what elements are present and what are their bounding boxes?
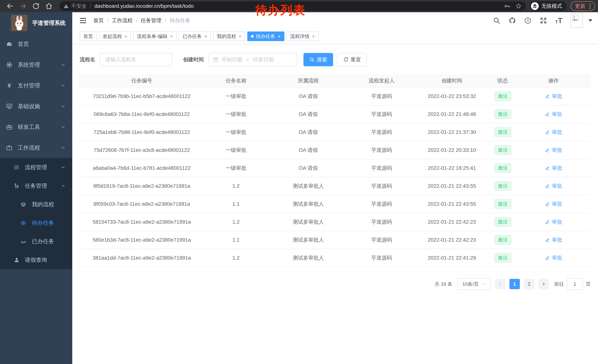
tab-发起流程[interactable]: 发起流程× <box>99 32 131 41</box>
person-icon <box>14 257 20 263</box>
sidebar-item-基础设施[interactable]: 基础设施 <box>0 96 72 117</box>
tab-label: 首页 <box>83 33 93 40</box>
date-range-input[interactable]: 开始日期 - 结束日期 <box>208 53 297 66</box>
sidebar-item-任务管理[interactable]: 任务管理 <box>0 177 72 195</box>
browser-home-icon[interactable] <box>45 2 53 10</box>
browser-menu-icon[interactable] <box>588 3 592 9</box>
approve-link[interactable]: 审批 <box>545 254 562 261</box>
sidebar-item-首页[interactable]: 首页 <box>0 34 72 54</box>
breadcrumb-item[interactable]: 工作流程 <box>112 17 133 24</box>
chrome-update-button[interactable]: 更新 <box>571 1 595 11</box>
chevron-up-icon <box>61 184 66 188</box>
table-header: 任务编号任务名称所属流程流程发起人创建时间状态操作 <box>80 74 590 87</box>
close-icon[interactable]: × <box>239 34 241 39</box>
approve-link[interactable]: 审批 <box>545 129 562 136</box>
table-row: 069c6a63-7b8a-11ec-8ef0-acde48001122一级审批… <box>80 105 590 123</box>
approve-link-label: 审批 <box>552 218 562 226</box>
approve-link[interactable]: 审批 <box>545 201 562 208</box>
avatar-caret-icon[interactable] <box>588 19 592 22</box>
sidebar-item-待办任务[interactable]: 待办任务 <box>0 214 72 232</box>
app-logo-row[interactable]: 芋道管理系统 <box>0 12 72 34</box>
cell-id: 8f059c03-7ac8-11ec-a9e2-a2380e71991a <box>80 195 204 213</box>
gear-icon <box>6 61 13 68</box>
password-key-icon[interactable] <box>504 3 510 9</box>
sidebar-collapse-icon[interactable] <box>79 17 87 24</box>
security-label[interactable]: 不安全 <box>71 3 87 10</box>
tab-label: 我的流程 <box>217 33 236 40</box>
process-name-input[interactable]: 请输入流程名 <box>100 53 172 66</box>
monitor-icon <box>6 103 13 110</box>
breadcrumb-separator: / <box>165 18 166 24</box>
next-page-button[interactable] <box>538 279 549 289</box>
reset-button[interactable]: 重置 <box>337 53 367 66</box>
prev-page-button[interactable] <box>495 279 505 289</box>
sidebar-item-我的流程[interactable]: 我的流程 <box>0 195 72 214</box>
table-row: 381aa1dd-7ac8-11ec-a9e2-a2380e71991a1.2测… <box>80 249 590 267</box>
pen-icon <box>545 202 550 207</box>
cell-name: 1.2 <box>204 249 268 267</box>
tab-首页[interactable]: 首页 <box>80 32 97 41</box>
approve-link[interactable]: 审批 <box>545 218 562 226</box>
cell-starter: 芋道源码 <box>349 195 415 213</box>
font-size-icon[interactable]: TT <box>555 17 562 24</box>
page-size-select[interactable]: 10条/页 <box>457 278 491 290</box>
sidebar-item-系统管理[interactable]: 系统管理 <box>0 54 72 75</box>
sidebar-item-请假查询[interactable]: 请假查询 <box>0 251 72 269</box>
close-icon[interactable]: × <box>312 34 315 39</box>
status-badge: 激活 <box>494 235 511 245</box>
cell-status: 激活 <box>489 87 516 105</box>
cell-action: 审批 <box>516 231 590 249</box>
approve-link[interactable]: 审批 <box>545 147 562 154</box>
header-search-icon[interactable] <box>493 17 500 24</box>
chevron-down-icon <box>482 282 486 286</box>
close-icon[interactable]: × <box>278 34 281 39</box>
approve-link[interactable]: 审批 <box>545 183 562 190</box>
page-button-2[interactable]: 2 <box>524 279 534 289</box>
breadcrumb-item[interactable]: 首页 <box>93 17 104 24</box>
status-badge: 激活 <box>494 127 511 137</box>
cell-starter: 芋道源码 <box>349 105 415 123</box>
approve-link-label: 审批 <box>552 93 562 100</box>
github-icon[interactable] <box>508 17 516 24</box>
help-icon[interactable]: ? <box>524 17 532 24</box>
sidebar-item-工作流程[interactable]: 工作流程 <box>0 138 72 158</box>
tab-流程表单-编辑[interactable]: 流程表单-编辑× <box>133 32 176 41</box>
browser-reload-icon[interactable] <box>32 2 40 10</box>
approve-link[interactable]: 审批 <box>545 165 562 172</box>
tab-我的流程[interactable]: 我的流程× <box>213 32 245 41</box>
sidebar-item-label: 待办任务 <box>32 219 54 227</box>
tab-已办任务[interactable]: 已办任务× <box>179 32 211 41</box>
fullscreen-icon[interactable] <box>540 17 547 24</box>
cell-action: 审批 <box>516 159 590 177</box>
goto-page-value: 1 <box>573 281 576 287</box>
close-icon[interactable]: × <box>125 34 127 39</box>
total-count-label: 共 16 条 <box>435 281 452 287</box>
cell-id: 580e1b3d-7ac8-11ec-a9e2-a2380e71991a <box>80 231 204 249</box>
breadcrumb-item[interactable]: 任务管理 <box>141 17 162 24</box>
search-button[interactable]: 搜索 <box>303 53 333 66</box>
approve-link[interactable]: 审批 <box>545 236 562 243</box>
sidebar-item-流程管理[interactable]: 流程管理 <box>0 158 72 177</box>
browser-forward-icon[interactable] <box>19 2 27 10</box>
tab-流程详情[interactable]: 流程详情× <box>287 32 319 41</box>
sidebar-item-研发工具[interactable]: 研发工具 <box>0 117 72 138</box>
close-icon[interactable]: × <box>170 34 173 39</box>
cell-created: 2022-01-21 22:42:23 <box>415 213 489 231</box>
cell-name: 一级审批 <box>204 105 268 123</box>
browser-back-icon[interactable] <box>6 2 14 10</box>
page-button-1[interactable]: 1 <box>509 279 520 289</box>
close-icon[interactable]: × <box>204 34 207 39</box>
sidebar-item-支付管理[interactable]: ¥支付管理 <box>0 75 72 96</box>
approve-link[interactable]: 审批 <box>545 111 562 118</box>
update-label[interactable]: 更新 <box>575 3 585 10</box>
sidebar-item-已办任务[interactable]: 已办任务 <box>0 232 72 251</box>
bookmark-star-icon[interactable] <box>515 3 522 9</box>
goto-page-input[interactable]: 1 <box>567 278 583 290</box>
approve-link[interactable]: 审批 <box>545 93 562 100</box>
sidebar-item-label: 基础设施 <box>18 103 40 110</box>
avatar[interactable] <box>571 13 583 28</box>
tab-待办任务[interactable]: 待办任务× <box>247 32 284 41</box>
cell-status: 激活 <box>489 213 516 231</box>
sidebar-item-label: 请假查询 <box>25 256 47 264</box>
cell-id: 58154733-7ac8-11ec-a9e2-a2380e71991a <box>80 213 204 231</box>
